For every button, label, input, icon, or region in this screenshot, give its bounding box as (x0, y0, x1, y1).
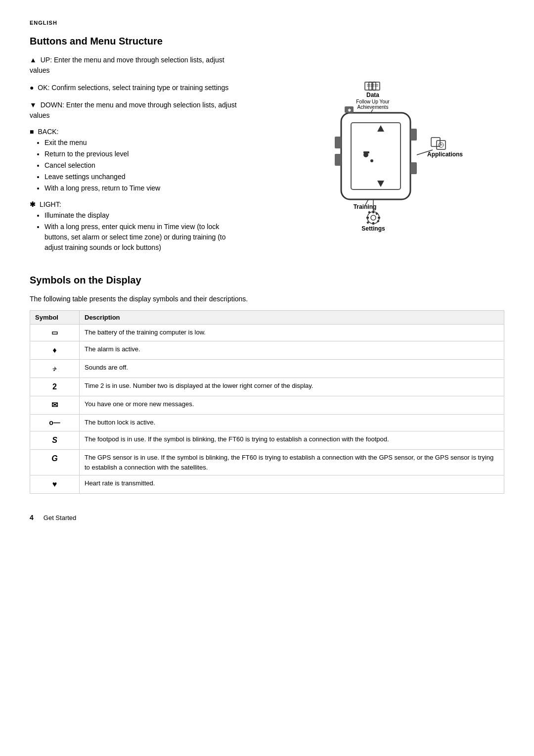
light-sublist: Illuminate the display With a long press… (44, 210, 237, 253)
table-row: ✉ You have one or more new messages. (30, 396, 504, 415)
svg-text:Follow Up Your: Follow Up Your (356, 99, 390, 104)
table-row: G The GPS sensor is in use. If the symbo… (30, 450, 504, 475)
back-button-desc: ■ BACK: Exit the menu Return to the prev… (30, 128, 237, 193)
symbol-heartrate: ♥ (30, 475, 80, 494)
back-item-4: Leave settings unchanged (44, 172, 237, 182)
svg-point-36 (371, 215, 376, 220)
watch-diagram-container: ✱ Data Follow Up Your Achievements (257, 55, 504, 260)
back-icon: ■ (30, 128, 34, 136)
svg-rect-37 (372, 211, 374, 213)
desc-battery: The battery of the training computer is … (80, 325, 504, 341)
back-sublist: Exit the menu Return to the previous lev… (44, 138, 237, 193)
ok-text: OK: Confirm selections, select training … (38, 84, 228, 92)
symbol-footpod: S (30, 431, 80, 450)
footer: 4 Get Started (30, 514, 504, 521)
table-row: o— The button lock is active. (30, 415, 504, 431)
symbol-message: ✉ (30, 396, 80, 415)
desc-gps: The GPS sensor is in use. If the symbol … (80, 450, 504, 475)
table-row: ▭ The battery of the training computer i… (30, 325, 504, 341)
svg-rect-39 (366, 217, 369, 219)
light-label-text: LIGHT: (40, 200, 61, 208)
col-description: Description (80, 311, 504, 325)
svg-rect-40 (378, 217, 380, 219)
language-label: ENGLISH (30, 20, 504, 26)
col-symbol: Symbol (30, 311, 80, 325)
svg-rect-4 (363, 151, 369, 153)
table-row: ♦ The alarm is active. (30, 341, 504, 360)
light-icon: ✱ (30, 200, 36, 208)
light-button-desc: ✱ LIGHT: Illuminate the display With a l… (30, 200, 237, 253)
svg-rect-1 (351, 123, 400, 189)
back-item-2: Return to the previous level (44, 149, 237, 159)
desc-lock: The button lock is active. (80, 415, 504, 431)
symbol-battery: ▭ (30, 325, 80, 341)
back-item-3: Cancel selection (44, 160, 237, 171)
light-item-1: Illuminate the display (44, 210, 237, 221)
desc-sound: Sounds are off. (80, 360, 504, 378)
svg-text:Data: Data (366, 92, 379, 98)
symbol-alarm: ♦ (30, 341, 80, 360)
back-item-5: With a long press, return to Time view (44, 183, 237, 193)
footer-section-label: Get Started (44, 514, 76, 521)
light-item-2: With a long press, enter quick menu in T… (44, 222, 237, 253)
symbol-time2: 2 (30, 378, 80, 396)
svg-rect-7 (335, 137, 341, 148)
symbol-lock: o— (30, 415, 80, 431)
svg-text:Achievements: Achievements (357, 104, 389, 110)
svg-rect-8 (335, 154, 341, 166)
table-row: ♪ Sounds are off. (30, 360, 504, 378)
svg-text:Applications: Applications (427, 151, 463, 158)
symbols-intro: The following table presents the display… (30, 294, 504, 304)
table-row: ♥ Heart rate is transmitted. (30, 475, 504, 494)
page-number: 4 (30, 514, 34, 521)
svg-text:✱: ✱ (348, 108, 352, 113)
down-icon: ▼ (30, 101, 37, 109)
up-text: UP: Enter the menu and move through sele… (30, 56, 224, 74)
buttons-layout: ▲ UP: Enter the menu and move through se… (30, 55, 504, 260)
back-item-1: Exit the menu (44, 138, 237, 148)
buttons-menu-title: Buttons and Menu Structure (30, 36, 504, 47)
symbols-section: Symbols on the Display The following tab… (30, 275, 504, 494)
svg-rect-10 (410, 162, 417, 174)
up-icon: ▲ (30, 56, 37, 64)
symbols-table: Symbol Description ▭ The battery of the … (30, 310, 504, 494)
desc-footpod: The footpod is in use. If the symbol is … (80, 431, 504, 450)
up-button-desc: ▲ UP: Enter the menu and move through se… (30, 55, 237, 76)
symbol-sound: ♪ (30, 360, 80, 378)
svg-rect-9 (410, 129, 417, 141)
svg-rect-41 (368, 211, 371, 214)
ok-icon: ● (30, 84, 34, 92)
table-row: S The footpod is in use. If the symbol i… (30, 431, 504, 450)
svg-rect-38 (372, 222, 374, 225)
desc-alarm: The alarm is active. (80, 341, 504, 360)
svg-point-3 (370, 159, 373, 162)
desc-time2: Time 2 is in use. Number two is displaye… (80, 378, 504, 396)
ok-button-desc: ● OK: Confirm selections, select trainin… (30, 83, 237, 93)
symbols-title: Symbols on the Display (30, 275, 504, 286)
svg-text:Settings: Settings (361, 225, 385, 232)
table-header-row: Symbol Description (30, 311, 504, 325)
watch-diagram: ✱ Data Follow Up Your Achievements (282, 78, 480, 236)
desc-message: You have one or more new messages. (80, 396, 504, 415)
down-text: DOWN: Enter the menu and move through se… (30, 101, 237, 119)
back-label-text: BACK: (38, 128, 58, 136)
buttons-menu-section: Buttons and Menu Structure ▲ UP: Enter t… (30, 36, 504, 260)
desc-heartrate: Heart rate is transmitted. (80, 475, 504, 494)
down-button-desc: ▼ DOWN: Enter the menu and move through … (30, 100, 237, 121)
table-row: 2 Time 2 is in use. Number two is displa… (30, 378, 504, 396)
symbol-gps: G (30, 450, 80, 475)
button-descriptions: ▲ UP: Enter the menu and move through se… (30, 55, 237, 260)
